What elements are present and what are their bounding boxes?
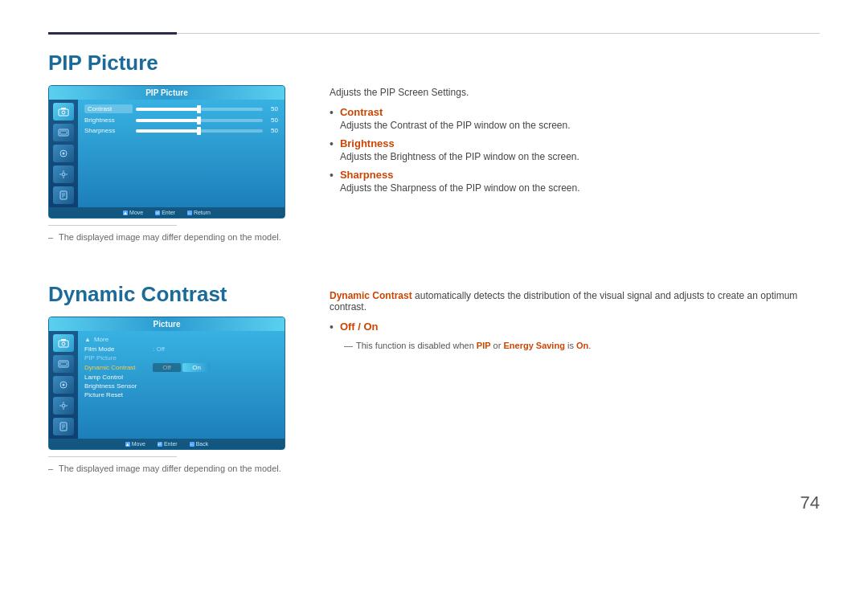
svg-point-23 — [62, 404, 65, 407]
pip-bullet-content-sharpness: Sharpness Adjusts the Sharpness of the P… — [340, 169, 820, 194]
dc-sidebar-icon-gear — [53, 397, 74, 415]
dc-sidebar-icon-camera — [53, 334, 74, 352]
pip-picture-section: PIP Picture PIP Picture — [48, 51, 820, 242]
pip-note-dash: – — [48, 232, 53, 242]
dc-dynamic-contrast-label: Dynamic Contrast — [84, 364, 153, 371]
dc-sub-note: — This function is disabled when PIP or … — [344, 341, 820, 350]
dc-lamp-control-row: Lamp Control — [84, 374, 278, 381]
svg-rect-0 — [59, 109, 68, 116]
dc-sidebar-icon-circle — [53, 376, 74, 394]
pip-brightness-row: Brightness 50 — [84, 116, 278, 124]
dc-more-triangle: ▲ — [84, 336, 91, 343]
pip-nav-return: ← Return — [187, 210, 211, 215]
dc-sub-note-period: . — [588, 341, 591, 350]
dc-sub-note-pip: PIP — [477, 341, 491, 350]
pip-bullet-title-contrast: Contrast — [340, 106, 820, 118]
pip-note-text: The displayed image may differ depending… — [59, 232, 281, 242]
pip-contrast-row: Contrast 50 — [84, 104, 278, 113]
sidebar-icon-circle — [53, 145, 74, 162]
pip-bullet-content-brightness: Brightness Adjusts the Brightness of the… — [340, 137, 820, 162]
dc-film-mode-label: Film Mode — [84, 345, 153, 353]
dc-note: – The displayed image may differ dependi… — [48, 464, 297, 473]
pip-brightness-slider — [136, 119, 263, 122]
dynamic-contrast-section: Dynamic Contrast Picture — [48, 282, 820, 473]
dc-nav-back-icon: ← — [190, 442, 194, 447]
top-decorative-lines — [48, 32, 820, 35]
sidebar-icon-layers — [53, 124, 74, 141]
dc-screen-sidebar — [49, 331, 78, 439]
pip-brightness-value: 50 — [266, 116, 278, 124]
pip-brightness-fill — [136, 119, 199, 122]
dc-nav-back: ← Back — [190, 441, 209, 447]
pip-bullet-brightness: • Brightness Adjusts the Brightness of t… — [330, 137, 820, 162]
svg-rect-18 — [61, 339, 66, 341]
dc-note-text: The displayed image may differ depending… — [59, 464, 281, 473]
pip-bullet-title-brightness: Brightness — [340, 137, 820, 149]
dc-sub-note-text: This function is disabled when PIP or En… — [356, 341, 591, 350]
dc-film-mode-value: : Off — [153, 345, 165, 353]
pip-picture-right: Adjusts the PIP Screen Settings. • Contr… — [330, 51, 820, 242]
pip-screen-body: Contrast 50 Brightness — [49, 100, 285, 207]
dc-sub-note-energy: Energy Saving — [503, 341, 564, 350]
dc-nav-move-icon: ▲ — [125, 442, 130, 447]
dc-dynamic-contrast-row: Dynamic Contrast Off On — [84, 363, 278, 372]
dc-note-dash: – — [48, 464, 53, 473]
svg-point-26 — [59, 405, 61, 407]
svg-rect-20 — [60, 362, 67, 366]
dc-pip-picture-label: PIP Picture — [84, 354, 153, 362]
pip-bullet-contrast: • Contrast Adjusts the Contrast of the P… — [330, 106, 820, 131]
dc-sub-note-on: On — [576, 341, 588, 350]
dc-nav-enter-label: Enter — [164, 441, 178, 447]
dc-pip-picture-row: PIP Picture — [84, 354, 278, 362]
dc-bullet-dot-offon: • — [330, 321, 334, 334]
dc-screen-content: ▲ More Film Mode : Off PIP Picture — [78, 331, 285, 439]
pip-nav-enter: ↵ Enter — [155, 210, 175, 215]
pip-nav-return-icon: ← — [187, 210, 192, 215]
pip-bullet-dot-contrast: • — [330, 106, 334, 120]
dc-screen-nav-bar: ▲ Move ↵ Enter ← Back — [49, 439, 285, 449]
svg-point-17 — [62, 342, 65, 345]
dc-nav-enter: ↵ Enter — [158, 441, 178, 447]
pip-sharpness-fill — [136, 129, 199, 133]
dc-brightness-sensor-label: Brightness Sensor — [84, 382, 153, 390]
dc-sub-note-suffix: is — [565, 341, 576, 350]
pip-nav-move-icon: ▲ — [123, 210, 128, 215]
pip-nav-enter-label: Enter — [162, 210, 175, 215]
pip-brightness-thumb — [197, 116, 201, 125]
dc-screen-title-bar: Picture — [49, 317, 285, 331]
svg-point-11 — [66, 174, 68, 175]
pip-nav-enter-icon: ↵ — [155, 210, 160, 215]
svg-point-10 — [59, 174, 61, 175]
dc-lamp-control-label: Lamp Control — [84, 374, 153, 381]
dc-sidebar-icon-layers — [53, 355, 74, 373]
dc-screen: Picture — [48, 317, 285, 450]
svg-rect-4 — [60, 131, 67, 134]
pip-screen-nav-bar: ▲ Move ↵ Enter ← Return — [49, 207, 285, 218]
pip-bullet-desc-contrast: Adjusts the Contrast of the PIP window o… — [340, 120, 820, 131]
pip-contrast-value: 50 — [266, 105, 278, 112]
pip-section-divider — [48, 225, 177, 226]
dc-title: Dynamic Contrast — [48, 282, 297, 307]
svg-point-9 — [63, 177, 64, 178]
sidebar-icon-doc — [53, 186, 74, 204]
dc-bullet-offon: • Off / On — [330, 321, 820, 334]
pip-nav-move: ▲ Move — [123, 210, 143, 215]
dc-desc: Dynamic Contrast automatically detects t… — [330, 290, 820, 313]
pip-screen-sidebar — [49, 100, 78, 207]
dc-nav-move-label: Move — [132, 441, 145, 447]
pip-bullet-title-sharpness: Sharpness — [340, 169, 820, 181]
svg-point-8 — [63, 170, 64, 172]
dc-section-divider — [48, 456, 177, 457]
pip-sharpness-slider — [136, 129, 263, 133]
pip-sharpness-value: 50 — [266, 127, 278, 134]
pip-picture-screen: PIP Picture — [48, 85, 285, 219]
pip-picture-left: PIP Picture PIP Picture — [48, 51, 297, 242]
sidebar-icon-camera — [53, 103, 74, 121]
dc-sidebar-icon-doc — [53, 418, 74, 435]
pip-note: – The displayed image may differ dependi… — [48, 232, 297, 242]
pip-screen-content: Contrast 50 Brightness — [78, 100, 285, 207]
pip-sharpness-row: Sharpness 50 — [84, 127, 278, 134]
dc-nav-back-label: Back — [196, 441, 209, 447]
dc-more-label: More — [94, 336, 108, 343]
dc-film-mode-row: Film Mode : Off — [84, 345, 278, 353]
